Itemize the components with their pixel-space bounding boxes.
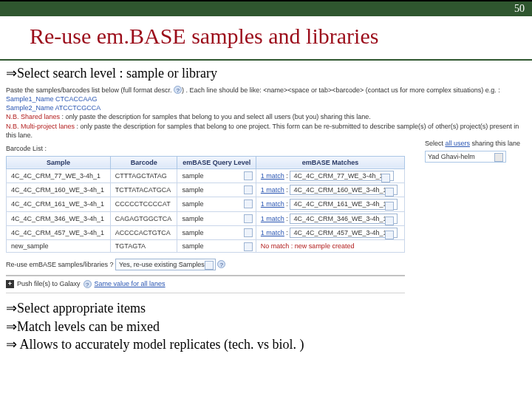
cell-barcode: CCCCCTCCCCAT [110,197,177,211]
match-link[interactable]: 1 match [261,215,284,222]
col-sample: Sample [7,156,111,168]
help-icon[interactable]: ? [217,260,225,268]
user-select-input[interactable]: Yad Ghavi-helm [425,151,506,163]
match-link[interactable]: 1 match [261,200,284,208]
match-select[interactable]: 4C_4C_CRM_161_WE_3-4h_1 [290,199,398,209]
share-users-box: Select all users sharing this lane Yad G… [425,139,520,163]
push-to-galaxy-line: + Push file(s) to Galaxy ? Same value fo… [6,279,525,288]
arrow-icon: ⇒ [6,337,17,352]
cell-level-select[interactable]: sample [177,169,256,183]
cell-level-select[interactable]: sample [177,183,256,197]
cell-level-select[interactable]: sample [177,211,256,225]
help-icon[interactable]: ? [174,86,182,94]
arrow-icon: ⇒ [6,66,17,81]
cell-matches: 1 match : 4C_4C_CRM_77_WE_3-4h_1 [256,169,404,183]
cell-sample: 4C_4C_CRM_161_WE_3-4h_1 [7,197,111,211]
match-select[interactable]: 4C_4C_CRM_346_WE_3-4h_1 [290,214,398,224]
arrow-icon: ⇒ [6,301,17,316]
cell-barcode: CAGAGTGGCTCA [110,211,177,225]
same-value-link[interactable]: Same value for all lanes [95,279,166,288]
slide-title: Re-use em.BASE samples and libraries [0,16,532,61]
help-icon[interactable]: ? [83,280,92,288]
all-users-link[interactable]: all users [445,140,470,147]
match-link[interactable]: 1 match [261,229,284,236]
example-line-2: Sample2_Name ATCCTCGCCA [6,103,525,112]
example-line-1: Sample1_Name CTCACCAAG [6,95,525,103]
divider [6,293,405,293]
match-select[interactable]: 4C_4C_CRM_77_WE_3-4h_1 [290,171,394,181]
instruction-text: Paste the samples/barcodes list below (f… [6,86,525,95]
nb-multi-project: N.B. Multi-project lanes : only paste th… [6,122,525,140]
slide-number-bar: 50 [0,0,532,16]
bullet-select-items: ⇒Select appropriate items [6,299,525,317]
arrow-icon: ⇒ [6,319,17,334]
samples-table: Sample Barcode emBASE Query Level emBASE… [6,156,405,253]
divider [6,275,405,276]
cell-matches: 1 match : 4C_4C_CRM_346_WE_3-4h_1 [256,211,404,225]
cell-matches: 1 match : 4C_4C_CRM_161_WE_3-4h_1 [256,197,404,211]
cell-sample: 4C_4C_CRM_160_WE_3-4h_1 [7,183,111,197]
cell-barcode: ACCCCACTGTCA [110,225,177,239]
cell-level-select[interactable]: sample [177,197,256,211]
cell-barcode: TGTAGTA [110,239,177,252]
cell-matches: No match : new sample created [256,239,404,252]
bottom-bullets: ⇒Select appropriate items ⇒Match levels … [6,299,525,353]
col-barcode: Barcode [110,156,177,168]
reuse-select[interactable]: Yes, re-use existing Samples [115,259,216,270]
share-users-text: Select all users sharing this lane [425,139,520,148]
table-row: 4C_4C_CRM_160_WE_3-4h_1TCTTATACATGCAsamp… [7,183,405,197]
cell-matches: 1 match : 4C_4C_CRM_457_WE_3-4h_1 [256,225,404,239]
match-select[interactable]: 4C_4C_CRM_457_WE_3-4h_1 [290,228,398,238]
table-row: new_sampleTGTAGTAsampleNo match : new sa… [7,239,405,252]
cell-barcode: TCTTATACATGCA [110,183,177,197]
table-row: 4C_4C_CRM_161_WE_3-4h_1CCCCCTCCCCATsampl… [7,197,405,211]
nb-shared-lanes: N.B. Shared lanes : only paste the descr… [6,112,525,121]
cell-sample: 4C_4C_CRM_346_WE_3-4h_1 [7,211,111,225]
match-link[interactable]: 1 match [261,186,284,194]
cell-level-select[interactable]: sample [177,225,256,239]
table-row: 4C_4C_CRM_77_WE_3-4h_1CTTTAGCTATAGsample… [7,169,405,183]
cell-sample: 4C_4C_CRM_457_WE_3-4h_1 [7,225,111,239]
bullet-replicates: ⇒ Allows to accurately model replicates … [6,335,525,353]
push-galaxy-label: Push file(s) to Galaxy [17,279,81,288]
cell-sample: new_sample [7,239,111,252]
reuse-label: Re-use emBASE samples/libraries ? [6,261,114,268]
embedded-screenshot: Paste the samples/barcodes list below (f… [6,86,525,293]
match-select[interactable]: 4C_4C_CRM_160_WE_3-4h_1 [290,185,398,195]
plus-icon[interactable]: + [6,280,14,288]
col-matches: emBASE Matches [256,156,404,168]
table-row: 4C_4C_CRM_346_WE_3-4h_1CAGAGTGGCTCAsampl… [7,211,405,225]
cell-barcode: CTTTAGCTATAG [110,169,177,183]
table-row: 4C_4C_CRM_457_WE_3-4h_1ACCCCACTGTCAsampl… [7,225,405,239]
match-link[interactable]: 1 match [261,172,284,180]
col-level: emBASE Query Level [177,156,256,168]
cell-matches: 1 match : 4C_4C_CRM_160_WE_3-4h_1 [256,183,404,197]
reuse-line: Re-use emBASE samples/libraries ? Yes, r… [6,259,525,270]
cell-sample: 4C_4C_CRM_77_WE_3-4h_1 [7,169,111,183]
cell-level-select[interactable]: sample [177,239,256,252]
bullet-match-levels: ⇒Match levels can be mixed [6,318,525,335]
slide-number: 50 [514,3,525,15]
bullet-search-level: ⇒Select search level : sample or library [6,65,525,81]
